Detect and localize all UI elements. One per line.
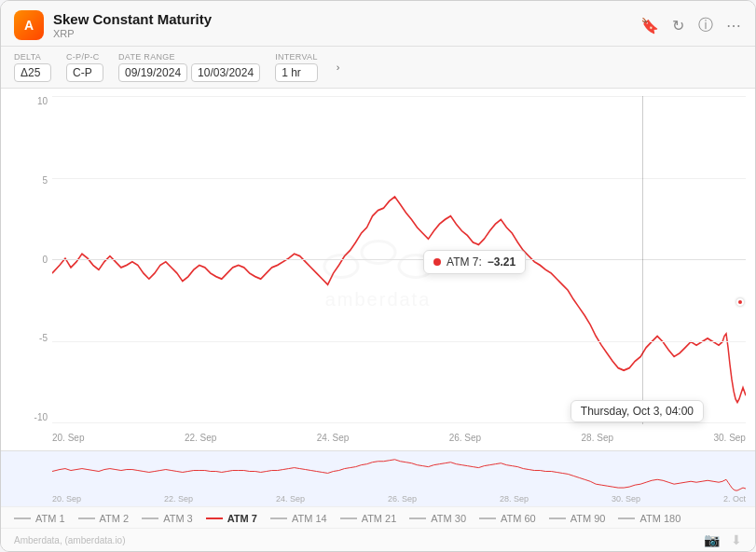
delta-value[interactable]: Δ25 xyxy=(14,63,51,82)
x-axis: 20. Sep 22. Sep 24. Sep 26. Sep 28. Sep … xyxy=(52,424,746,450)
y-label-neg5: -5 xyxy=(39,333,48,343)
titlebar: A Skew Constant Maturity XRP 🔖 ↻ ⓘ ⋯ xyxy=(1,1,755,47)
mini-x-2oct: 2. Oct xyxy=(723,494,746,504)
x-label-26sep: 26. Sep xyxy=(449,433,481,443)
interval-label: Interval xyxy=(275,52,318,62)
mini-x-26sep: 26. Sep xyxy=(388,494,417,504)
legend-atm2[interactable]: ATM 2 xyxy=(78,513,130,524)
delta-control: Delta Δ25 xyxy=(14,52,51,82)
legend-line-atm7 xyxy=(206,518,223,519)
legend-line-atm14 xyxy=(270,518,287,519)
app-icon: A xyxy=(14,10,44,40)
date-end-value[interactable]: 10/03/2024 xyxy=(191,63,260,82)
legend-line-atm60 xyxy=(479,518,496,519)
titlebar-actions: 🔖 ↻ ⓘ ⋯ xyxy=(641,17,742,34)
legend-atm7[interactable]: ATM 7 xyxy=(206,513,257,524)
legend-label-atm30: ATM 30 xyxy=(431,513,466,524)
legend-atm180[interactable]: ATM 180 xyxy=(618,513,680,524)
legend-atm1[interactable]: ATM 1 xyxy=(14,513,65,524)
mini-x-28sep: 28. Sep xyxy=(500,494,529,504)
controls-bar: Delta Δ25 C-P/P-C C-P Date Range 09/19/2… xyxy=(1,47,755,89)
page-title: Skew Constant Maturity xyxy=(53,11,632,27)
expand-toggle[interactable]: › xyxy=(337,62,340,73)
date-range-label: Date Range xyxy=(118,52,260,62)
mini-chart-svg xyxy=(52,451,746,491)
tooltip-dot xyxy=(433,258,441,266)
x-label-28sep: 28. Sep xyxy=(582,433,613,443)
legend-bar: ATM 1 ATM 2 ATM 3 ATM 7 ATM 14 ATM 21 AT… xyxy=(1,506,755,528)
legend-atm3[interactable]: ATM 3 xyxy=(142,513,193,524)
tooltip-series-label: ATM 7: xyxy=(447,255,482,269)
legend-atm60[interactable]: ATM 60 xyxy=(479,513,536,524)
legend-label-atm7: ATM 7 xyxy=(227,513,257,524)
legend-line-atm21 xyxy=(340,518,357,519)
mini-x-22sep: 22. Sep xyxy=(164,494,193,504)
y-label-neg10: -10 xyxy=(34,412,48,422)
legend-label-atm21: ATM 21 xyxy=(362,513,397,524)
info-icon[interactable]: ⓘ xyxy=(697,17,714,34)
cpp-label: C-P/P-C xyxy=(66,52,103,62)
y-label-10: 10 xyxy=(37,96,48,106)
mini-x-20sep: 20. Sep xyxy=(52,494,81,504)
interval-value[interactable]: 1 hr xyxy=(275,63,318,82)
mini-x-30sep: 30. Sep xyxy=(612,494,640,504)
legend-line-atm180 xyxy=(618,518,635,519)
tooltip-marker xyxy=(736,298,744,306)
refresh-icon[interactable]: ↻ xyxy=(669,17,686,34)
legend-label-atm180: ATM 180 xyxy=(639,513,680,524)
footer-credit: Amberdata, (amberdata.io) xyxy=(14,535,126,545)
legend-atm30[interactable]: ATM 30 xyxy=(409,513,466,524)
legend-line-atm3 xyxy=(142,518,158,519)
camera-icon[interactable]: 📷 xyxy=(704,532,720,547)
legend-line-atm2 xyxy=(78,518,95,519)
cpp-control: C-P/P-C C-P xyxy=(66,52,103,82)
legend-label-atm3: ATM 3 xyxy=(163,513,193,524)
x-label-30sep: 30. Sep xyxy=(713,433,745,443)
y-label-0: 0 xyxy=(42,255,48,265)
x-label-22sep: 22. Sep xyxy=(185,433,216,443)
more-icon[interactable]: ⋯ xyxy=(725,17,742,34)
interval-control: Interval 1 hr xyxy=(275,52,318,82)
page-subtitle: XRP xyxy=(53,28,632,39)
legend-label-atm14: ATM 14 xyxy=(292,513,327,524)
title-info: Skew Constant Maturity XRP xyxy=(53,11,632,39)
legend-line-atm1 xyxy=(14,518,31,519)
tooltip-value: ATM 7: −3.21 xyxy=(423,250,526,274)
footer-bar: Amberdata, (amberdata.io) 📷 ⬇ xyxy=(1,528,755,551)
download-icon[interactable]: ⬇ xyxy=(731,532,742,547)
x-label-20sep: 20. Sep xyxy=(52,433,84,443)
main-content: amberdata 10 5 0 -5 -10 xyxy=(1,89,755,506)
crosshair-vertical xyxy=(642,96,643,424)
legend-label-atm2: ATM 2 xyxy=(100,513,130,524)
chart-area: amberdata 10 5 0 -5 -10 xyxy=(1,89,755,450)
tooltip-date: Thursday, Oct 3, 04:00 xyxy=(570,400,704,422)
delta-label: Delta xyxy=(14,52,51,62)
cpp-value[interactable]: C-P xyxy=(66,63,103,82)
x-label-24sep: 24. Sep xyxy=(317,433,349,443)
date-range-inputs: 09/19/2024 10/03/2024 xyxy=(118,63,260,82)
legend-label-atm1: ATM 1 xyxy=(35,513,65,524)
date-start-value[interactable]: 09/19/2024 xyxy=(118,63,187,82)
y-axis: 10 5 0 -5 -10 xyxy=(10,96,52,422)
date-range-control: Date Range 09/19/2024 10/03/2024 xyxy=(118,52,260,82)
mini-chart: 20. Sep 22. Sep 24. Sep 26. Sep 28. Sep … xyxy=(1,450,755,506)
mini-x-axis: 20. Sep 22. Sep 24. Sep 26. Sep 28. Sep … xyxy=(52,491,746,506)
bookmark-icon[interactable]: 🔖 xyxy=(641,17,658,34)
legend-label-atm90: ATM 90 xyxy=(570,513,606,524)
footer-icons: 📷 ⬇ xyxy=(704,532,742,547)
legend-atm14[interactable]: ATM 14 xyxy=(270,513,327,524)
legend-atm90[interactable]: ATM 90 xyxy=(549,513,606,524)
legend-line-atm90 xyxy=(549,518,566,519)
legend-line-atm30 xyxy=(409,518,426,519)
y-label-5: 5 xyxy=(42,175,48,186)
tooltip-value-text: −3.21 xyxy=(488,255,515,269)
legend-atm21[interactable]: ATM 21 xyxy=(340,513,397,524)
main-window: A Skew Constant Maturity XRP 🔖 ↻ ⓘ ⋯ Del… xyxy=(0,0,756,552)
legend-label-atm60: ATM 60 xyxy=(501,513,536,524)
mini-x-24sep: 24. Sep xyxy=(276,494,305,504)
